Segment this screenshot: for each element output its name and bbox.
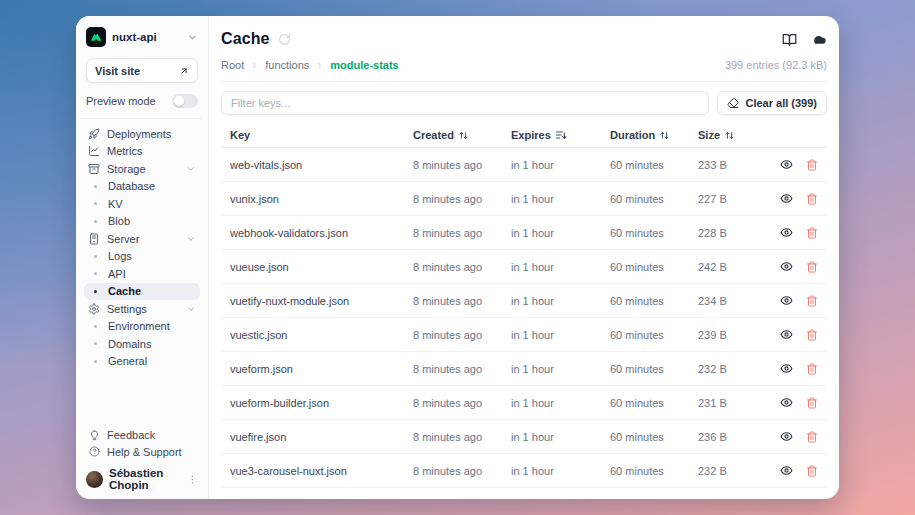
view-entry-icon[interactable] bbox=[780, 328, 793, 341]
delete-entry-icon[interactable] bbox=[806, 431, 818, 443]
column-header-expires[interactable]: Expires bbox=[511, 129, 610, 141]
delete-entry-icon[interactable] bbox=[806, 397, 818, 409]
column-header-duration[interactable]: Duration bbox=[610, 129, 698, 141]
feedback-label: Feedback bbox=[107, 429, 155, 441]
duration-value: 60 minutes bbox=[610, 499, 698, 500]
delete-entry-icon[interactable] bbox=[806, 193, 818, 205]
view-entry-icon[interactable] bbox=[780, 192, 793, 205]
help-support-button[interactable]: Help & Support bbox=[84, 444, 200, 461]
visit-site-label: Visit site bbox=[95, 65, 140, 77]
cache-key: vuetify-nuxt-module.json bbox=[230, 295, 413, 307]
archive-icon bbox=[88, 163, 100, 175]
created-value: 8 minutes ago bbox=[413, 227, 511, 239]
delete-entry-icon[interactable] bbox=[806, 159, 818, 171]
clear-all-button[interactable]: Clear all (399) bbox=[717, 91, 827, 115]
sidebar-item-label: Environment bbox=[108, 320, 170, 332]
delete-entry-icon[interactable] bbox=[806, 499, 818, 500]
delete-entry-icon[interactable] bbox=[806, 329, 818, 341]
breadcrumb-root[interactable]: Root bbox=[221, 59, 244, 71]
expires-value: in 1 hour bbox=[511, 465, 610, 477]
bullet-icon bbox=[94, 220, 97, 223]
sidebar-item-label: Metrics bbox=[107, 145, 196, 157]
lightbulb-icon bbox=[88, 430, 100, 441]
cloud-icon[interactable] bbox=[811, 31, 827, 47]
sidebar-item-general[interactable]: General bbox=[84, 353, 200, 371]
filter-keys-input[interactable] bbox=[221, 91, 709, 115]
entries-summary: 399 entries (92.3 kB) bbox=[725, 59, 827, 71]
sidebar-item-server[interactable]: Server bbox=[84, 230, 200, 248]
cache-key: webhook-validators.json bbox=[230, 227, 413, 239]
created-value: 8 minutes ago bbox=[413, 159, 511, 171]
column-header-key[interactable]: Key bbox=[230, 129, 413, 141]
sidebar-item-blob[interactable]: Blob bbox=[84, 213, 200, 231]
sidebar-item-cache[interactable]: Cache bbox=[84, 283, 200, 301]
view-entry-icon[interactable] bbox=[780, 294, 793, 307]
expires-value: in 1 hour bbox=[511, 431, 610, 443]
cache-key: vueform.json bbox=[230, 363, 413, 375]
sidebar-item-database[interactable]: Database bbox=[84, 178, 200, 196]
gear-icon bbox=[88, 303, 100, 315]
breadcrumb-module-stats: module-stats bbox=[330, 59, 398, 71]
sort-arrows-icon bbox=[659, 130, 670, 141]
breadcrumb: Root functions module-stats 399 entries … bbox=[221, 59, 827, 82]
duration-value: 60 minutes bbox=[610, 397, 698, 409]
docs-book-icon[interactable] bbox=[782, 32, 797, 47]
preview-mode-label: Preview mode bbox=[86, 95, 156, 107]
table-row: vue3-carousel-nuxt.json 8 minutes ago in… bbox=[221, 454, 827, 488]
created-value: 8 minutes ago bbox=[413, 465, 511, 477]
feedback-button[interactable]: Feedback bbox=[84, 427, 200, 444]
sidebar-item-logs[interactable]: Logs bbox=[84, 248, 200, 266]
bullet-icon bbox=[94, 272, 97, 275]
sidebar-item-domains[interactable]: Domains bbox=[84, 335, 200, 353]
bullet-icon bbox=[94, 202, 97, 205]
sidebar-item-api[interactable]: API bbox=[84, 265, 200, 283]
sidebar-item-storage[interactable]: Storage bbox=[84, 160, 200, 178]
project-selector[interactable]: nuxt-api bbox=[84, 25, 200, 47]
duration-value: 60 minutes bbox=[610, 261, 698, 273]
duration-value: 60 minutes bbox=[610, 193, 698, 205]
view-entry-icon[interactable] bbox=[780, 396, 793, 409]
view-entry-icon[interactable] bbox=[780, 464, 793, 477]
expires-value: in 1 hour bbox=[511, 159, 610, 171]
sidebar-item-deployments[interactable]: Deployments bbox=[84, 125, 200, 143]
sidebar-item-kv[interactable]: KV bbox=[84, 195, 200, 213]
delete-entry-icon[interactable] bbox=[806, 261, 818, 273]
delete-entry-icon[interactable] bbox=[806, 363, 818, 375]
sort-arrows-icon bbox=[458, 130, 469, 141]
sidebar-item-settings[interactable]: Settings bbox=[84, 300, 200, 318]
column-header-size[interactable]: Size bbox=[698, 129, 776, 141]
duration-value: 60 minutes bbox=[610, 465, 698, 477]
delete-entry-icon[interactable] bbox=[806, 465, 818, 477]
view-entry-icon[interactable] bbox=[780, 260, 793, 273]
created-value: 8 minutes ago bbox=[413, 363, 511, 375]
view-entry-icon[interactable] bbox=[780, 498, 793, 499]
chevron-down-icon bbox=[187, 32, 198, 43]
cache-key: vueuse.json bbox=[230, 261, 413, 273]
delete-entry-icon[interactable] bbox=[806, 295, 818, 307]
user-menu[interactable]: Sébastien Chopin bbox=[84, 465, 200, 491]
sidebar-item-label: Deployments bbox=[107, 128, 196, 140]
size-value: 233 B bbox=[698, 159, 776, 171]
expires-value: in 1 hour bbox=[511, 227, 610, 239]
view-entry-icon[interactable] bbox=[780, 158, 793, 171]
sidebar-item-environment[interactable]: Environment bbox=[84, 318, 200, 336]
duration-value: 60 minutes bbox=[610, 431, 698, 443]
view-entry-icon[interactable] bbox=[780, 226, 793, 239]
column-header-created[interactable]: Created bbox=[413, 129, 511, 141]
view-entry-icon[interactable] bbox=[780, 362, 793, 375]
size-value: 231 B bbox=[698, 397, 776, 409]
visit-site-button[interactable]: Visit site bbox=[86, 58, 198, 83]
duration-value: 60 minutes bbox=[610, 363, 698, 375]
sidebar-item-metrics[interactable]: Metrics bbox=[84, 143, 200, 161]
view-entry-icon[interactable] bbox=[780, 430, 793, 443]
cache-key: vunix.json bbox=[230, 193, 413, 205]
refresh-icon[interactable] bbox=[278, 33, 291, 46]
breadcrumb-functions[interactable]: functions bbox=[265, 59, 309, 71]
delete-entry-icon[interactable] bbox=[806, 227, 818, 239]
chart-icon bbox=[88, 145, 100, 157]
sidebar-item-label: Logs bbox=[108, 250, 132, 262]
preview-mode-toggle[interactable] bbox=[172, 94, 198, 108]
chevron-down-icon bbox=[186, 304, 196, 314]
created-value: 8 minutes ago bbox=[413, 329, 511, 341]
bullet-icon bbox=[94, 325, 97, 328]
